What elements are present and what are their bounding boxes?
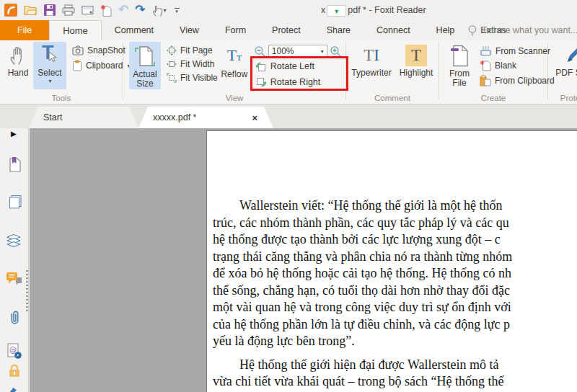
scanner-icon	[480, 45, 492, 56]
print-icon[interactable]	[62, 3, 75, 17]
fit-visible-button[interactable]: Fit Visible	[167, 73, 218, 83]
rotate-right-button[interactable]: Rotate Right	[254, 74, 345, 90]
select-icon: T	[40, 45, 59, 66]
hand-icon	[8, 45, 28, 66]
pdf-text: Wallerstein viết: “Hệ thống thế giới là …	[207, 131, 577, 392]
new-document-icon[interactable]	[100, 3, 112, 17]
rotate-left-icon	[255, 61, 267, 72]
title-bar: ↶ ↷ ▾ ▾ x▼pdf * - Foxit Reader	[0, 0, 577, 20]
attachments-panel-icon[interactable]	[0, 310, 29, 325]
from-clipboard-button[interactable]: From Clipboard	[480, 75, 555, 86]
pages-panel-icon[interactable]	[0, 195, 29, 210]
group-label-create: Create	[439, 94, 547, 102]
doc-tab-active[interactable]: xxxxx.pdf * ×	[138, 107, 273, 128]
zoom-out-icon[interactable]	[254, 45, 266, 58]
snapshot-button[interactable]: SnapShot	[72, 45, 130, 55]
ribbon-tab-bar: File Home Comment View Form Protect Shar…	[0, 20, 577, 40]
group-create: From File From Scanner Blank From Clipbo…	[439, 40, 547, 104]
select-tool-button[interactable]: T Select ▾	[33, 42, 66, 89]
group-protect: PDF Sign Protect	[548, 40, 577, 104]
open-file-icon[interactable]	[24, 3, 38, 17]
security-panel-icon[interactable]	[0, 363, 29, 378]
tab-help[interactable]: Help	[423, 20, 468, 40]
group-label-comment: Comment	[346, 94, 439, 102]
tab-protect[interactable]: Protect	[259, 20, 314, 40]
signatures-panel-icon[interactable]: @	[0, 343, 29, 360]
bookmarks-panel-icon[interactable]	[0, 156, 29, 172]
clipboard-button[interactable]: Clipboard ▾	[72, 60, 130, 71]
redo-icon[interactable]: ↷	[135, 3, 145, 17]
typewriter-icon: TI	[364, 45, 379, 66]
from-file-icon	[450, 45, 469, 67]
document-tab-bar: Start xxxxx.pdf * ×	[0, 104, 577, 128]
tab-connect[interactable]: Connect	[364, 20, 423, 40]
fit-page-icon	[167, 45, 177, 55]
doc-tab-start[interactable]: Start	[29, 107, 138, 128]
touch-mode-dropdown-icon[interactable]: ▾	[164, 7, 167, 14]
pdf-page[interactable]: Wallerstein viết: “Hệ thống thế giới là …	[206, 130, 577, 392]
blank-button[interactable]: Blank	[480, 60, 555, 71]
paragraph-1: Wallerstein viết: “Hệ thống thế giới là …	[213, 197, 577, 350]
from-file-button[interactable]: From File	[444, 42, 475, 89]
select-dropdown-icon[interactable]: ▾	[48, 78, 51, 84]
tab-comment[interactable]: Comment	[102, 20, 167, 40]
pen-sign-icon	[563, 45, 577, 66]
camera-icon	[72, 45, 84, 55]
zoom-level-combobox[interactable]: 100% ▾	[268, 45, 327, 58]
quick-access-toolbar: ↶ ↷ ▾ ▾	[4, 3, 180, 17]
fit-width-button[interactable]: Fit Width	[167, 59, 218, 69]
reflow-button[interactable]: Tт Reflow	[218, 42, 251, 89]
paragraph-2: Hệ thống thế giới hiện đại được Wallerst…	[213, 357, 577, 392]
pdf-sign-button[interactable]: PDF Sign	[554, 42, 577, 89]
group-label-tools: Tools	[0, 94, 123, 102]
window-title: x▼pdf * - Foxit Reader	[321, 5, 426, 17]
touch-mode-icon[interactable]: ▾	[152, 3, 167, 17]
title-dropdown-arrow-icon[interactable]: ▼	[327, 5, 346, 17]
tab-view[interactable]: View	[167, 20, 212, 40]
clipboard-page-icon	[480, 75, 491, 86]
document-canvas[interactable]: Wallerstein viết: “Hệ thống thế giới là …	[30, 128, 577, 392]
highlight-icon: T	[405, 45, 427, 66]
panel-resize-handle[interactable]	[26, 270, 28, 312]
expand-panel-icon[interactable]: ▶	[11, 130, 17, 138]
email-icon[interactable]	[82, 3, 94, 17]
typewriter-button[interactable]: TI Typewriter	[349, 42, 394, 89]
fit-width-icon	[167, 59, 177, 69]
customize-toolbar-icon[interactable]: ▾	[175, 8, 180, 13]
save-icon[interactable]	[44, 3, 56, 17]
tab-file[interactable]: File	[0, 20, 49, 40]
navigation-sidebar: ▶ @	[0, 128, 29, 392]
zoom-in-icon[interactable]	[330, 45, 342, 58]
fit-page-button[interactable]: Fit Page	[167, 45, 218, 55]
fit-visible-icon	[167, 73, 177, 83]
tell-me-search[interactable]: Tell me what you want...	[467, 20, 577, 40]
highlight-button[interactable]: T Highlight	[394, 42, 439, 89]
hand-tool-button[interactable]: Hand	[3, 42, 33, 89]
zoom-dropdown-icon[interactable]: ▾	[321, 48, 324, 55]
ribbon-home: Hand T Select ▾ SnapShot	[0, 40, 577, 104]
rotate-right-icon	[255, 77, 267, 88]
from-scanner-button[interactable]: From Scanner	[480, 45, 555, 56]
group-label-protect: Protect	[548, 94, 577, 102]
tab-form[interactable]: Form	[212, 20, 259, 40]
layers-panel-icon[interactable]	[0, 233, 29, 248]
zoom-level-value: 100%	[272, 46, 294, 56]
tab-share[interactable]: Share	[314, 20, 364, 40]
stamps-panel-icon[interactable]	[0, 385, 29, 392]
rotate-left-button[interactable]: Rotate Left	[254, 58, 345, 74]
zoom-rotate-stack: 100% ▾ Rotate Left Rotate Right	[254, 42, 345, 89]
group-view: Actual Size Fit Page Fit Width Fit Visib…	[123, 40, 345, 104]
undo-icon[interactable]: ↶	[118, 3, 128, 17]
blank-page-icon	[480, 60, 491, 71]
group-tools: Hand T Select ▾ SnapShot	[0, 40, 123, 104]
group-comment: TI Typewriter T Highlight Comment	[346, 40, 439, 104]
clipboard-icon	[72, 60, 82, 71]
main-content: ▶ @	[0, 128, 577, 392]
lightbulb-icon	[467, 24, 477, 36]
reflow-icon: Tт	[227, 45, 242, 68]
actual-size-button[interactable]: Actual Size	[129, 42, 161, 89]
close-tab-icon[interactable]: ×	[252, 112, 257, 123]
tab-home[interactable]: Home	[49, 20, 102, 40]
comments-panel-icon[interactable]	[0, 272, 29, 287]
foxit-logo-icon[interactable]	[4, 3, 17, 17]
